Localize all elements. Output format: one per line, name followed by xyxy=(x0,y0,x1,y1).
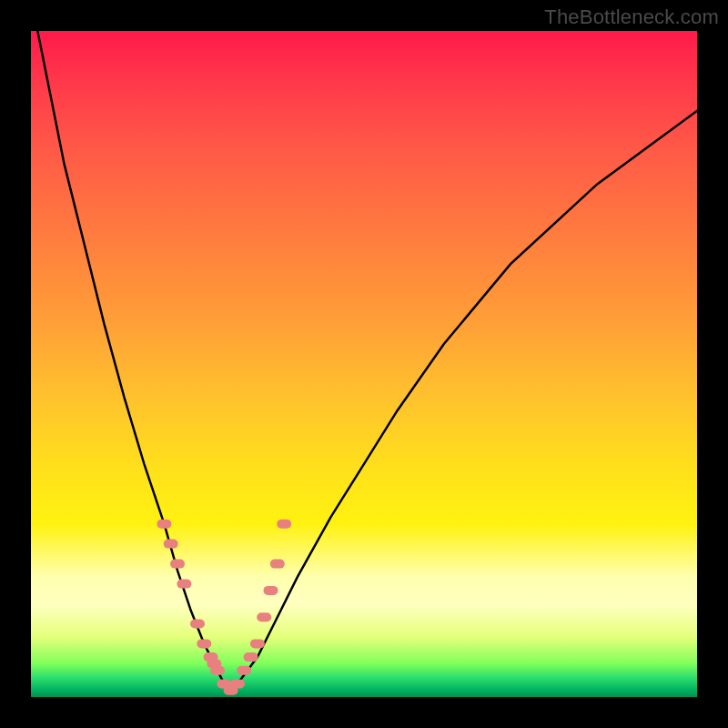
marker-dot xyxy=(277,520,291,529)
marker-dot xyxy=(264,586,278,595)
chart-svg xyxy=(31,31,697,697)
marker-dot xyxy=(244,652,258,662)
chart-frame: TheBottleneck.com xyxy=(0,0,728,728)
marker-dot xyxy=(250,639,265,648)
marker-dot xyxy=(157,520,171,529)
marker-dot xyxy=(170,560,185,569)
marker-dot xyxy=(237,666,251,675)
marker-dot xyxy=(190,620,205,629)
marker-dot xyxy=(270,560,285,569)
bottleneck-curve xyxy=(37,31,697,691)
plot-area xyxy=(31,31,697,697)
marker-dot xyxy=(257,612,271,622)
watermark-text: TheBottleneck.com xyxy=(544,5,719,29)
marker-dot xyxy=(177,580,191,589)
marker-dot xyxy=(197,639,211,648)
marker-dot xyxy=(210,666,225,675)
curve-markers xyxy=(157,520,291,695)
marker-dot xyxy=(164,540,178,549)
marker-dot xyxy=(230,679,245,688)
